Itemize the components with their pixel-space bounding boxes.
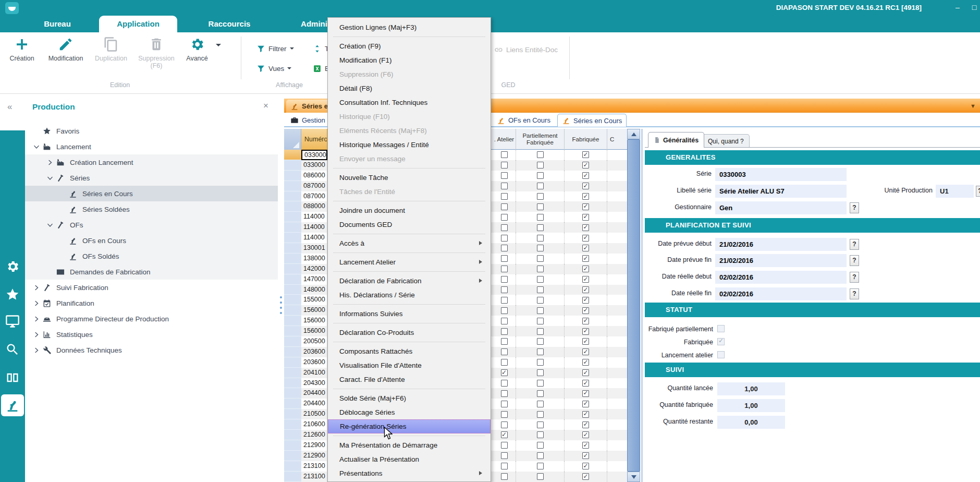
chevron-right-icon[interactable] (31, 331, 42, 339)
row-selector[interactable] (284, 264, 301, 274)
close-panel-button[interactable]: × (263, 101, 268, 111)
cell-fabriquee-checkbox[interactable] (565, 368, 607, 378)
cell-fabriquee-checkbox[interactable] (565, 440, 607, 451)
menu-item-ma-pr-sentation-de-d-marrage[interactable]: Ma Présentation de Démarrage (328, 438, 491, 452)
tree-item-suivi-fabrication[interactable]: Suivi Fabrication (25, 280, 278, 295)
collapse-panel-button[interactable]: « (7, 102, 12, 112)
cell-partiellement-checkbox[interactable] (516, 243, 565, 254)
menu-item-composants-rattach-s[interactable]: Composants Rattachés (328, 344, 491, 358)
rail-modules-gear-icon[interactable] (5, 259, 20, 274)
cell-partiellement-checkbox[interactable] (516, 399, 565, 409)
menu-item-d-claration-de-fabrication[interactable]: Déclaration de Fabrication (328, 274, 491, 288)
cell-atelier-checkbox[interactable] (493, 243, 516, 254)
cell-partiellement-checkbox[interactable] (516, 368, 565, 378)
cell-atelier-checkbox[interactable] (493, 285, 516, 295)
cell-fabriquee-checkbox[interactable] (565, 336, 607, 347)
row-selector[interactable] (284, 461, 301, 472)
strip-overflow-caret-icon[interactable]: ▼ (970, 103, 976, 109)
quantite-restante-field[interactable]: 0,00 (717, 416, 785, 429)
row-selector[interactable] (284, 399, 301, 409)
grid-vertical-scrollbar[interactable] (627, 129, 640, 482)
lancement-atelier-checkbox[interactable] (717, 351, 725, 358)
menu-item-informations-suivies[interactable]: Informations Suivies (328, 307, 491, 321)
cell-atelier-checkbox[interactable] (493, 461, 516, 472)
row-selector[interactable] (284, 305, 301, 316)
cell-atelier-checkbox[interactable] (493, 440, 516, 451)
row-selector[interactable] (284, 201, 301, 212)
date-prevue-fin-field[interactable]: 21/02/2016 (715, 254, 847, 267)
rail-production-robot-icon[interactable] (1, 394, 24, 416)
select-all-header[interactable] (284, 129, 301, 150)
cell-partiellement-checkbox[interactable] (516, 150, 565, 160)
cell-atelier-checkbox[interactable] (493, 336, 516, 347)
libelle-serie-field[interactable]: Série Atelier ALU S7 (715, 185, 847, 198)
serie-field[interactable]: 0330003 (715, 168, 847, 181)
cell-partiellement-checkbox[interactable] (516, 264, 565, 274)
cell-atelier-checkbox[interactable] (493, 222, 516, 233)
cell-numero[interactable]: 213100 (301, 472, 327, 482)
tree-item-s-ries-en-cours[interactable]: Séries en Cours (25, 186, 278, 201)
cell-numero[interactable]: 156000 (301, 326, 327, 336)
row-selector[interactable] (284, 409, 301, 419)
avance-dropdown-caret-icon[interactable] (216, 44, 221, 49)
row-selector[interactable] (284, 368, 301, 378)
doc-tab-series-en-cours[interactable]: Séries en Cours (557, 114, 627, 127)
cell-numero[interactable]: 142000 (301, 264, 327, 274)
menu-item-cr-ation-f9[interactable]: Création (F9) (328, 39, 491, 53)
row-selector[interactable] (284, 254, 301, 264)
menu-item-actualiser-la-pr-sentation[interactable]: Actualiser la Présentation (328, 452, 491, 466)
row-selector[interactable] (284, 150, 301, 160)
column-header-partial[interactable]: C (607, 129, 627, 150)
quantite-fabriquee-field[interactable]: 1,00 (717, 399, 785, 412)
cell-fabriquee-checkbox[interactable] (565, 233, 607, 243)
row-selector[interactable] (284, 212, 301, 222)
cell-partiellement-checkbox[interactable] (516, 201, 565, 212)
chevron-down-icon[interactable] (31, 143, 42, 151)
cell-numero[interactable]: 204300 (301, 378, 327, 389)
panel-splitter[interactable] (278, 94, 284, 482)
cell-partiellement-checkbox[interactable] (516, 233, 565, 243)
menu-item-joindre-un-document[interactable]: Joindre un document (328, 203, 491, 218)
chevron-right-icon[interactable] (31, 346, 42, 354)
cell-fabriquee-checkbox[interactable] (565, 347, 607, 357)
cell-fabriquee-checkbox[interactable] (565, 181, 607, 191)
cell-atelier-checkbox[interactable] (493, 212, 516, 222)
cell-numero[interactable]: 155000 (301, 295, 327, 305)
help-button[interactable]: ? (850, 239, 859, 250)
cell-numero[interactable]: 033000 (301, 160, 327, 171)
cell-numero[interactable]: 114000 (301, 212, 327, 222)
cell-atelier-checkbox[interactable] (493, 274, 516, 285)
cell-fabriquee-checkbox[interactable] (565, 316, 607, 326)
menu-item-consultation-inf-techniques[interactable]: Consultation Inf. Techniques (328, 95, 491, 110)
cell-partiellement-checkbox[interactable] (516, 336, 565, 347)
menu-item-d-claration-co-produits[interactable]: Déclaration Co-Produits (328, 326, 491, 340)
row-selector[interactable] (284, 171, 301, 181)
row-selector[interactable] (284, 274, 301, 285)
cell-numero[interactable]: 088000 (301, 201, 327, 212)
row-selector[interactable] (284, 440, 301, 451)
cell-numero[interactable]: 087000 (301, 181, 327, 191)
chevron-right-icon[interactable] (31, 284, 42, 292)
scrollbar-down-button[interactable] (627, 472, 640, 482)
cell-fabriquee-checkbox[interactable] (565, 419, 607, 430)
cell-fabriquee-checkbox[interactable] (565, 472, 607, 482)
menu-item-visualisation-file-d-attente[interactable]: Visualisation File d'Attente (328, 358, 491, 372)
maximize-button[interactable]: □ (966, 0, 980, 16)
row-selector[interactable] (284, 451, 301, 461)
cell-atelier-checkbox[interactable] (493, 233, 516, 243)
cell-atelier-checkbox[interactable] (493, 295, 516, 305)
row-selector[interactable] (284, 222, 301, 233)
tab-bureau[interactable]: Bureau (21, 16, 94, 32)
tree-item-planification[interactable]: Planification (25, 295, 278, 311)
date-prevue-debut-field[interactable]: 21/02/2016 (715, 238, 847, 251)
menu-item-his-d-clarations-s-rie[interactable]: His. Déclarations / Série (328, 288, 491, 302)
menu-item-d-tail-f8[interactable]: Détail (F8) (328, 81, 491, 95)
vues-button[interactable]: Vues (256, 63, 291, 74)
cell-fabriquee-checkbox[interactable] (565, 305, 607, 316)
cell-partiellement-checkbox[interactable] (516, 274, 565, 285)
row-selector[interactable] (284, 181, 301, 191)
cell-atelier-checkbox[interactable] (493, 368, 516, 378)
date-reelle-debut-field[interactable]: 02/02/2016 (715, 271, 847, 284)
row-selector[interactable] (284, 233, 301, 243)
rail-columns-icon[interactable] (5, 370, 20, 385)
